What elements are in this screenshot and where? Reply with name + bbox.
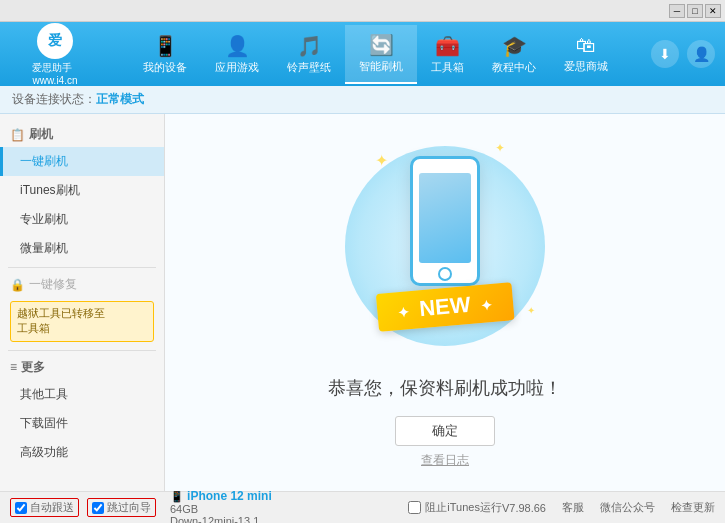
device-model: Down-12mini-13,1 [170, 515, 272, 524]
logo-area: 爱 爱思助手 www.i4.cn [0, 23, 100, 86]
maximize-btn[interactable]: □ [687, 4, 703, 18]
header: 爱 爱思助手 www.i4.cn 📱 我的设备 👤 应用游戏 🎵 铃声壁纸 🔄 … [0, 22, 725, 86]
logo-text: 爱思助手 www.i4.cn [32, 61, 77, 86]
tutorial-icon: 🎓 [502, 34, 527, 58]
phone-device [410, 156, 480, 286]
nav-mall[interactable]: 🛍 爱思商城 [550, 26, 622, 82]
divider-2 [8, 350, 156, 351]
phone-illustration: ✦ ✦ ✦ NEW [345, 136, 545, 356]
sparkle-1: ✦ [375, 151, 388, 170]
smart-flash-icon: 🔄 [369, 33, 394, 57]
sparkle-3: ✦ [527, 305, 535, 316]
view-log-link[interactable]: 查看日志 [421, 452, 469, 469]
auto-follow-checkbox[interactable] [15, 502, 27, 514]
sidebar-section-more: ≡ 更多 [0, 355, 164, 380]
sparkle-2: ✦ [495, 141, 505, 155]
download-btn[interactable]: ⬇ [651, 40, 679, 68]
phone-home-btn [438, 267, 452, 281]
nav-my-device[interactable]: 📱 我的设备 [129, 26, 201, 83]
ringtone-icon: 🎵 [297, 34, 322, 58]
confirm-button[interactable]: 确定 [395, 416, 495, 446]
stop-itunes[interactable]: 阻止iTunes运行 [408, 500, 502, 515]
sidebar-item-one-key-flash[interactable]: 一键刷机 [0, 147, 164, 176]
device-info: 📱 iPhone 12 mini 64GB Down-12mini-13,1 [170, 489, 272, 524]
app-game-icon: 👤 [225, 34, 250, 58]
flash-section-icon: 📋 [10, 128, 25, 142]
sidebar-item-other-tools[interactable]: 其他工具 [0, 380, 164, 409]
sidebar-item-micro-flash[interactable]: 微量刷机 [0, 234, 164, 263]
status-value: 正常模式 [96, 91, 144, 108]
more-section-icon: ≡ [10, 360, 17, 374]
nav-right: ⬇ 👤 [651, 40, 725, 68]
success-message: 恭喜您，保资料刷机成功啦！ [328, 376, 562, 400]
sidebar-item-itunes-flash[interactable]: iTunes刷机 [0, 176, 164, 205]
device-storage: 64GB [170, 503, 272, 515]
sidebar-item-download-firmware[interactable]: 下载固件 [0, 409, 164, 438]
my-device-icon: 📱 [153, 34, 178, 58]
nav-app-game[interactable]: 👤 应用游戏 [201, 26, 273, 83]
sidebar-item-advanced[interactable]: 高级功能 [0, 438, 164, 467]
toolbox-icon: 🧰 [435, 34, 460, 58]
nav-tutorial[interactable]: 🎓 教程中心 [478, 26, 550, 83]
sidebar-section-rescue: 🔒 一键修复 [0, 272, 164, 297]
nav-smart-flash[interactable]: 🔄 智能刷机 [345, 25, 417, 84]
user-btn[interactable]: 👤 [687, 40, 715, 68]
nav-items: 📱 我的设备 👤 应用游戏 🎵 铃声壁纸 🔄 智能刷机 🧰 工具箱 🎓 教程中心… [100, 25, 651, 84]
stop-itunes-checkbox[interactable] [408, 501, 421, 514]
bottom-left: 自动跟送 跳过向导 📱 iPhone 12 mini 64GB Down-12m… [10, 489, 408, 524]
logo-icon: 爱 [37, 23, 73, 59]
rescue-lock-icon: 🔒 [10, 278, 25, 292]
content-area: ✦ ✦ ✦ NEW 恭喜您，保资料刷机成功啦！ 确定 查看日志 [165, 114, 725, 491]
bottom-bar: 自动跟送 跳过向导 📱 iPhone 12 mini 64GB Down-12m… [0, 491, 725, 523]
sidebar-section-flash: 📋 刷机 [0, 122, 164, 147]
sidebar-item-pro-flash[interactable]: 专业刷机 [0, 205, 164, 234]
link-check-update[interactable]: 检查更新 [671, 500, 715, 515]
mall-icon: 🛍 [576, 34, 596, 57]
bottom-right: V7.98.66 客服 微信公众号 检查更新 [502, 500, 715, 515]
nav-toolbox[interactable]: 🧰 工具箱 [417, 26, 478, 83]
close-btn[interactable]: ✕ [705, 4, 721, 18]
divider-1 [8, 267, 156, 268]
minimize-btn[interactable]: ─ [669, 4, 685, 18]
skip-wizard-checkbox[interactable] [92, 502, 104, 514]
status-bar: 设备连接状态： 正常模式 [0, 86, 725, 114]
device-icon: 📱 [170, 490, 184, 502]
auto-follow-checkbox-item: 自动跟送 [10, 498, 79, 517]
link-customer-service[interactable]: 客服 [562, 500, 584, 515]
sidebar: 📋 刷机 一键刷机 iTunes刷机 专业刷机 微量刷机 🔒 一键修复 越狱工具… [0, 114, 165, 491]
title-bar: ─ □ ✕ [0, 0, 725, 22]
main-layout: 📋 刷机 一键刷机 iTunes刷机 专业刷机 微量刷机 🔒 一键修复 越狱工具… [0, 114, 725, 491]
phone-screen [419, 173, 471, 263]
skip-wizard-checkbox-item: 跳过向导 [87, 498, 156, 517]
sidebar-notice: 越狱工具已转移至工具箱 [10, 301, 154, 342]
version-label: V7.98.66 [502, 502, 546, 514]
nav-ringtone[interactable]: 🎵 铃声壁纸 [273, 26, 345, 83]
link-wechat[interactable]: 微信公众号 [600, 500, 655, 515]
